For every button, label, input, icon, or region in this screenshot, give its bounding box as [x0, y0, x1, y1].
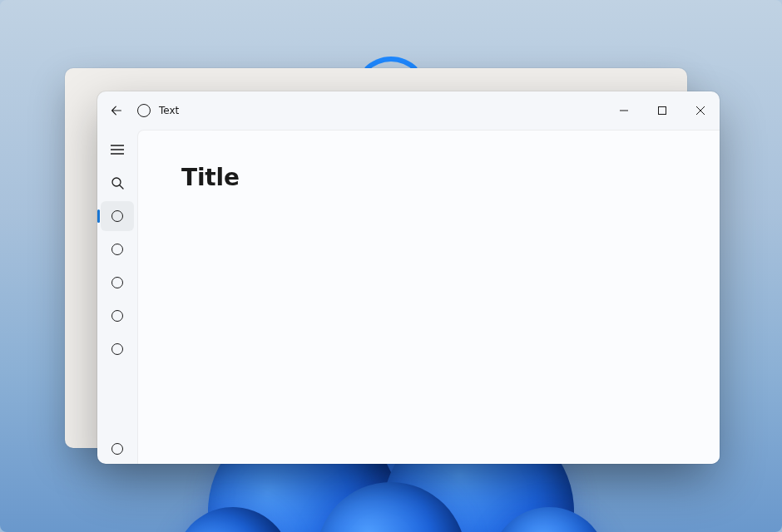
- svg-point-1: [112, 178, 121, 186]
- nav-search[interactable]: [101, 168, 134, 198]
- circle-icon: [111, 210, 123, 222]
- hamburger-icon: [111, 145, 124, 155]
- nav-hamburger[interactable]: [101, 135, 134, 165]
- page-title: Title: [181, 164, 676, 191]
- nav-item-3[interactable]: [101, 268, 134, 298]
- content-area: Title: [137, 130, 720, 464]
- circle-icon: [111, 277, 123, 288]
- minimize-icon: [620, 106, 628, 115]
- app-window: Text Title: [97, 91, 720, 464]
- maximize-button[interactable]: [643, 97, 681, 124]
- nav-footer-item[interactable]: [101, 434, 134, 464]
- nav-item-1[interactable]: [101, 201, 134, 231]
- app-icon: [137, 104, 151, 117]
- svg-rect-0: [659, 107, 666, 115]
- circle-icon: [111, 244, 123, 255]
- circle-icon: [111, 443, 123, 455]
- minimize-button[interactable]: [605, 97, 643, 124]
- maximize-icon: [658, 106, 666, 115]
- back-button[interactable]: [102, 96, 131, 125]
- arrow-left-icon: [111, 105, 122, 116]
- navigation-rail: [97, 130, 137, 464]
- title-bar[interactable]: Text: [97, 91, 720, 130]
- close-icon: [696, 106, 705, 115]
- circle-icon: [111, 343, 123, 355]
- circle-icon: [111, 310, 123, 322]
- nav-item-2[interactable]: [101, 234, 134, 264]
- search-icon: [111, 176, 124, 190]
- close-button[interactable]: [681, 97, 720, 124]
- window-title: Text: [159, 105, 179, 116]
- nav-item-5[interactable]: [101, 334, 134, 364]
- nav-item-4[interactable]: [101, 301, 134, 331]
